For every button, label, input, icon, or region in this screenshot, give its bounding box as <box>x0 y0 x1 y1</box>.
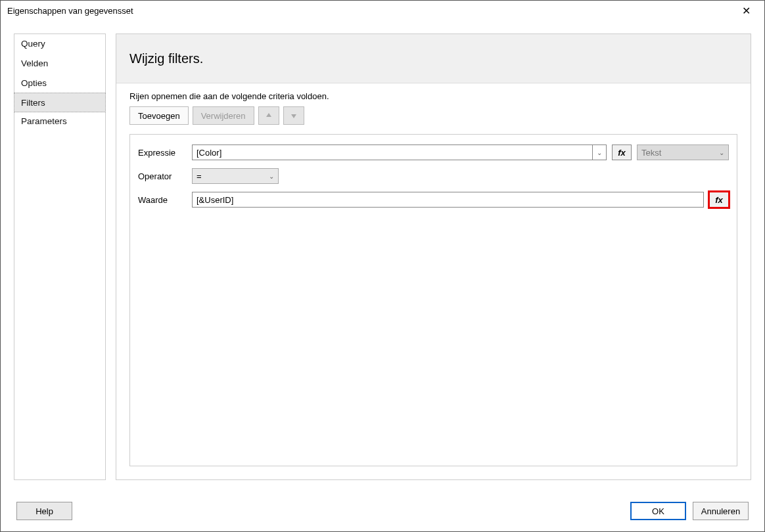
filter-toolbar: Toevoegen Verwijderen <box>129 106 737 125</box>
delete-button[interactable]: Verwijderen <box>193 106 254 125</box>
sidebar-item-query[interactable]: Query <box>14 34 105 54</box>
expression-label: Expressie <box>138 148 187 158</box>
value-input[interactable] <box>192 192 704 208</box>
sidebar-item-opties[interactable]: Opties <box>14 74 105 93</box>
chevron-down-icon: ⌄ <box>719 149 724 156</box>
title-bar: Eigenschappen van gegevensset ✕ <box>1 1 764 20</box>
sidebar-item-filters[interactable]: Filters <box>14 93 106 112</box>
close-icon[interactable]: ✕ <box>733 1 759 20</box>
sidebar-item-parameters[interactable]: Parameters <box>14 112 105 131</box>
fx-icon: fx <box>715 195 723 205</box>
ok-button[interactable]: OK <box>630 502 686 520</box>
value-fx-button[interactable]: fx <box>709 192 729 208</box>
chevron-down-icon: ⌄ <box>269 173 274 180</box>
chevron-down-icon: ⌄ <box>597 149 602 156</box>
filter-definition-box: Expressie ⌄ fx Tekst ⌄ Operator <box>129 134 737 466</box>
operator-value: = <box>197 171 202 181</box>
move-down-icon[interactable] <box>283 106 304 125</box>
instruction-text: Rijen opnemen die aan de volgende criter… <box>129 91 737 101</box>
fx-icon: fx <box>618 148 626 158</box>
sidebar-item-velden[interactable]: Velden <box>14 54 105 74</box>
value-label: Waarde <box>138 195 187 205</box>
move-up-icon[interactable] <box>258 106 279 125</box>
type-dropdown[interactable]: Tekst ⌄ <box>637 144 729 160</box>
operator-row: Operator = ⌄ <box>138 166 729 186</box>
operator-label: Operator <box>138 171 187 181</box>
type-value: Tekst <box>641 148 661 158</box>
sidebar: Query Velden Opties Filters Parameters <box>14 33 106 480</box>
expression-input[interactable] <box>192 144 592 160</box>
help-button[interactable]: Help <box>16 502 72 520</box>
expression-row: Expressie ⌄ fx Tekst ⌄ <box>138 143 729 162</box>
window-title: Eigenschappen van gegevensset <box>7 6 733 16</box>
dialog-footer: Help OK Annuleren <box>1 493 764 529</box>
operator-select[interactable]: = ⌄ <box>192 168 279 184</box>
main-body: Rijen opnemen die aan de volgende criter… <box>116 83 751 479</box>
expression-dropdown-icon[interactable]: ⌄ <box>592 144 607 160</box>
dialog-content: Query Velden Opties Filters Parameters W… <box>1 20 764 493</box>
main-panel: Wijzig filters. Rijen opnemen die aan de… <box>116 33 751 480</box>
expression-field: ⌄ <box>192 144 607 160</box>
expression-fx-button[interactable]: fx <box>612 144 632 160</box>
cancel-button[interactable]: Annuleren <box>693 502 749 520</box>
page-heading: Wijzig filters. <box>116 34 751 83</box>
add-button[interactable]: Toevoegen <box>129 106 189 125</box>
value-row: Waarde fx <box>138 190 729 210</box>
